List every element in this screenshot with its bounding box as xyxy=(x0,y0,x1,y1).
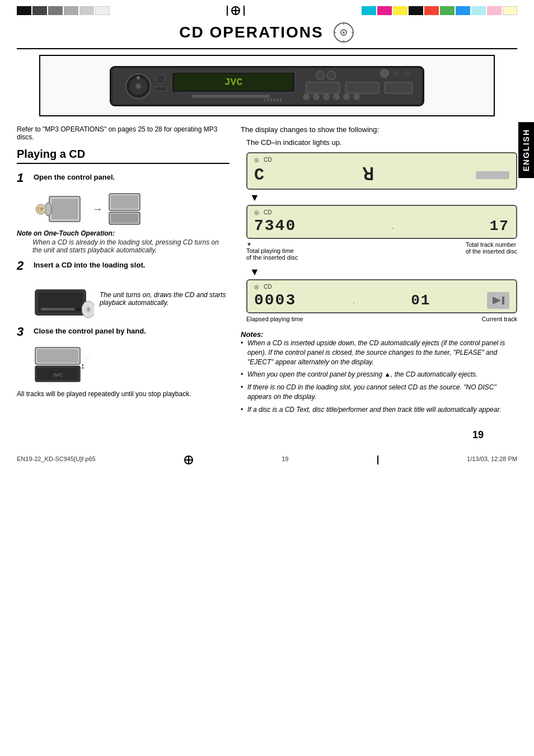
svg-rect-40 xyxy=(111,195,138,209)
display-1-bar xyxy=(476,171,509,179)
step-2-text: Insert a CD into the loading slot. xyxy=(34,259,145,269)
svg-point-48 xyxy=(88,308,90,311)
arrow-down-2: ▼ xyxy=(250,266,517,278)
display-3-right-val: 01 xyxy=(411,292,430,309)
section-title: Playing a CD xyxy=(17,148,229,164)
display-2-indicator-right: CD xyxy=(264,209,271,215)
svg-point-23 xyxy=(323,93,330,100)
svg-point-15 xyxy=(137,76,140,79)
display-3-right-label: Current track xyxy=(481,316,517,322)
svg-point-22 xyxy=(313,93,320,100)
display-3-left-val: 0003 xyxy=(254,292,296,309)
svg-point-16 xyxy=(316,71,325,80)
cd-insert-sketch xyxy=(32,279,94,319)
svg-point-5 xyxy=(343,40,344,41)
display-3-indicator-left: ◎ xyxy=(254,284,259,290)
svg-point-4 xyxy=(352,32,353,33)
bottom-note: All tracks will be played repeatedly unt… xyxy=(17,390,229,398)
step-1: 1 Open the control panel. xyxy=(17,171,229,185)
display-2-left-val: 7340 xyxy=(254,217,296,234)
cd-icon xyxy=(332,21,355,44)
display-1-right-val: ꓤ xyxy=(362,165,376,185)
step-3-number: 3 xyxy=(17,325,29,339)
svg-rect-50 xyxy=(37,349,78,363)
note-item-4: If a disc is a CD Text, disc title/perfo… xyxy=(241,405,517,415)
one-touch-note-title: Note on One-Touch Operation: xyxy=(17,229,229,237)
svg-point-2 xyxy=(343,31,345,34)
step-2-side-text: The unit turns on, draws the CD and star… xyxy=(100,291,229,307)
note-item-3: If there is no CD in the loading slot, y… xyxy=(241,383,517,402)
step-1-number: 1 xyxy=(17,171,29,185)
svg-point-14 xyxy=(135,83,141,89)
notes-title: Notes: xyxy=(241,330,517,339)
step-3-text: Close the control panel by hand. xyxy=(34,325,146,335)
panel-close-sketch: JVC ☞ xyxy=(32,345,94,385)
display-1-indicator-right: CD xyxy=(264,157,271,163)
notes-section: Notes: When a CD is inserted upside down… xyxy=(241,330,517,415)
display-intro-text: The display changes to show the followin… xyxy=(241,125,517,134)
panel-sketch: ☞ xyxy=(32,191,88,227)
registration-mark-bottom xyxy=(184,456,193,464)
display-3-labels: Elapsed playing time Current track xyxy=(246,316,517,322)
footer-center: 19 xyxy=(282,456,288,464)
display-2-left-label: ▼ Total playing time of the inserted dis… xyxy=(246,241,298,261)
footer: EN19-22_KD-SC945[U]f.p65 19 1/13/03, 12:… xyxy=(0,447,534,473)
svg-point-3 xyxy=(343,24,344,25)
device-image: JVC xyxy=(39,55,495,116)
display-2-labels: ▼ Total playing time of the inserted dis… xyxy=(246,241,517,261)
one-touch-note: Note on One-Touch Operation: When a CD i… xyxy=(17,229,229,254)
svg-rect-35 xyxy=(51,199,78,219)
svg-rect-32 xyxy=(154,87,167,91)
intro-text: Refer to "MP3 OPERATIONS" on pages 25 to… xyxy=(17,125,229,141)
step-2-number: 2 xyxy=(17,259,29,273)
svg-rect-42 xyxy=(111,214,138,223)
svg-point-25 xyxy=(343,93,350,100)
svg-text:1  2  3  4  5  6: 1 2 3 4 5 6 xyxy=(263,98,282,102)
svg-text:☞: ☞ xyxy=(83,354,91,363)
note-item-1: When a CD is inserted upside down, the C… xyxy=(241,339,517,367)
panel-open-sketch xyxy=(106,191,151,227)
step-1-illustration: ☞ → xyxy=(32,191,229,227)
svg-point-24 xyxy=(333,93,340,100)
svg-rect-55 xyxy=(502,297,504,304)
svg-point-26 xyxy=(353,93,360,100)
svg-text:☞: ☞ xyxy=(38,205,45,214)
display-3-icon xyxy=(487,292,509,309)
display-1: ◎ CD C ꓤ xyxy=(246,152,517,190)
one-touch-note-text: When a CD is already in the loading slot… xyxy=(32,238,229,254)
display-1-left-val: C xyxy=(254,166,266,185)
svg-point-17 xyxy=(327,71,336,80)
footer-left: EN19-22_KD-SC945[U]f.p65 xyxy=(17,456,96,464)
step-3: 3 Close the control panel by hand. xyxy=(17,325,229,339)
display-2-indicator-left: ◎ xyxy=(254,209,259,215)
page-number: 19 xyxy=(17,429,484,441)
display-sub-text: The CD–in indicator lights up. xyxy=(246,138,517,147)
page-title: CD OPERATIONS xyxy=(179,24,323,41)
display-2-right-val: 17 xyxy=(490,218,509,234)
footer-right: 1/13/03, 12:28 PM xyxy=(467,456,517,464)
svg-rect-18 xyxy=(306,82,340,93)
display-3-indicator-right: CD xyxy=(264,284,271,290)
language-tab: ENGLISH xyxy=(518,122,534,178)
arrow-down-1: ▼ xyxy=(250,192,517,204)
svg-point-30 xyxy=(404,71,410,76)
svg-point-21 xyxy=(303,93,310,100)
svg-rect-27 xyxy=(191,95,270,98)
svg-text:JVC: JVC xyxy=(224,77,243,88)
svg-rect-45 xyxy=(41,308,74,311)
svg-rect-19 xyxy=(345,82,379,93)
step-1-text: Open the control panel. xyxy=(34,171,115,181)
display-2-right-label: Total track number of the inserted disc xyxy=(466,241,517,261)
step-3-illustration: JVC ☞ xyxy=(32,345,229,387)
svg-point-28 xyxy=(381,69,388,77)
registration-mark-top xyxy=(231,6,240,15)
svg-text:JVC: JVC xyxy=(53,372,63,378)
device-diagram: JVC xyxy=(105,62,429,110)
notes-list: When a CD is inserted upside down, the C… xyxy=(241,339,517,415)
step-2-illustration: The unit turns on, draws the CD and star… xyxy=(32,279,229,319)
display-1-indicator-left: ◎ xyxy=(254,157,259,163)
svg-point-6 xyxy=(335,32,336,33)
svg-point-29 xyxy=(393,71,399,76)
display-3-left-label: Elapsed playing time xyxy=(246,316,303,322)
svg-rect-20 xyxy=(385,82,413,93)
